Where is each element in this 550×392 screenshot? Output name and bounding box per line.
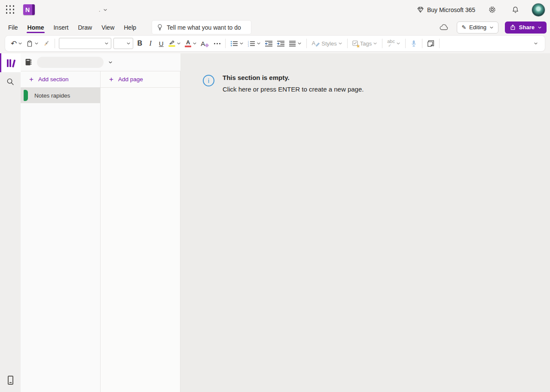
outdent-icon bbox=[265, 40, 273, 47]
notebooks-rail-button[interactable] bbox=[0, 53, 21, 72]
menu-view[interactable]: View bbox=[97, 19, 119, 35]
search-icon bbox=[6, 78, 14, 86]
chevron-down-icon bbox=[192, 41, 197, 46]
divider bbox=[306, 39, 307, 48]
alignment-button[interactable] bbox=[287, 37, 303, 49]
sections-pane: + Add section Notes rapides bbox=[21, 71, 101, 392]
chevron-down-icon bbox=[104, 41, 109, 46]
tell-me-input[interactable] bbox=[167, 24, 246, 31]
content-area: + Add section Notes rapides + Add page i… bbox=[0, 53, 550, 392]
italic-button[interactable]: I bbox=[145, 37, 156, 49]
ribbon-collapse-button[interactable] bbox=[531, 37, 541, 49]
menu-draw[interactable]: Draw bbox=[73, 19, 97, 35]
lightbulb-icon bbox=[157, 24, 163, 31]
page-canvas[interactable]: i This section is empty. Click here or p… bbox=[180, 53, 550, 392]
paste-button[interactable] bbox=[24, 37, 40, 49]
tags-button[interactable]: ★ Tags bbox=[351, 37, 379, 49]
font-name-input[interactable] bbox=[63, 40, 104, 47]
outdent-button[interactable] bbox=[263, 37, 275, 49]
section-item-notes-rapides[interactable]: Notes rapides bbox=[21, 88, 100, 103]
notebook-title-dropdown[interactable]: . bbox=[99, 0, 107, 19]
empty-subtitle[interactable]: Click here or press ENTER to create a ne… bbox=[223, 86, 364, 93]
menu-help[interactable]: Help bbox=[119, 19, 141, 35]
format-painter-brush-icon bbox=[43, 40, 50, 47]
highlight-button[interactable] bbox=[167, 37, 183, 49]
microphone-icon bbox=[410, 40, 417, 47]
notebooks-icon bbox=[7, 59, 14, 67]
format-painter-button[interactable] bbox=[41, 37, 52, 49]
share-label: Share bbox=[519, 24, 535, 31]
more-formatting-button[interactable] bbox=[212, 37, 222, 49]
chevron-down-icon bbox=[257, 41, 261, 46]
add-section-label: Add section bbox=[38, 76, 69, 83]
clear-formatting-button[interactable]: A bbox=[199, 37, 211, 49]
svg-text:A: A bbox=[312, 40, 316, 46]
left-rail bbox=[0, 53, 21, 392]
topbar: N . Buy Microsoft 365 bbox=[0, 0, 550, 19]
add-page-button[interactable]: + Add page bbox=[101, 71, 180, 88]
cloud-save-status-icon[interactable] bbox=[437, 21, 450, 34]
font-color-button[interactable]: A bbox=[183, 37, 199, 49]
plus-icon: + bbox=[29, 76, 34, 83]
panes-columns: + Add section Notes rapides + Add page bbox=[21, 71, 180, 392]
pencil-icon: ✎ bbox=[461, 24, 466, 31]
font-size-select[interactable] bbox=[113, 38, 133, 49]
share-button[interactable]: Share bbox=[505, 21, 547, 34]
sticky-note-icon bbox=[427, 40, 434, 47]
divider bbox=[55, 39, 55, 48]
editing-mode-dropdown[interactable]: ✎ Editing bbox=[457, 21, 498, 34]
search-rail-button[interactable] bbox=[0, 72, 21, 91]
menu-insert[interactable]: Insert bbox=[49, 19, 73, 35]
notebook-header-dropdown[interactable] bbox=[21, 53, 180, 71]
undo-button[interactable]: ↶ bbox=[9, 37, 24, 49]
chevron-down-icon bbox=[103, 8, 107, 12]
divider bbox=[422, 39, 422, 48]
user-avatar[interactable] bbox=[532, 3, 545, 16]
chevron-down-icon bbox=[538, 25, 542, 30]
add-page-label: Add page bbox=[118, 76, 143, 83]
section-name: Notes rapides bbox=[34, 92, 70, 99]
buy-microsoft-365-button[interactable]: Buy Microsoft 365 bbox=[417, 6, 475, 13]
app-launcher-icon[interactable] bbox=[4, 4, 16, 16]
indent-button[interactable] bbox=[275, 37, 287, 49]
spell-check-button[interactable]: abc ✓ bbox=[385, 37, 402, 49]
navigation-panes: + Add section Notes rapides + Add page bbox=[21, 53, 180, 392]
bold-button[interactable]: B bbox=[134, 37, 145, 49]
font-name-select[interactable] bbox=[59, 38, 111, 49]
chevron-down-icon bbox=[34, 41, 39, 46]
notifications-bell-icon[interactable] bbox=[509, 3, 522, 16]
clear-formatting-icon: A bbox=[201, 40, 205, 47]
menu-home[interactable]: Home bbox=[23, 19, 49, 35]
indent-icon bbox=[277, 40, 285, 47]
menubar: File Home Insert Draw View Help ✎ Editin… bbox=[0, 19, 550, 35]
notebook-icon bbox=[25, 58, 32, 66]
chevron-down-icon bbox=[373, 41, 377, 46]
underline-button[interactable]: U bbox=[156, 37, 166, 49]
numbered-list-button[interactable]: 123 bbox=[246, 37, 263, 49]
bullet-list-button[interactable] bbox=[229, 37, 245, 49]
plus-icon: + bbox=[109, 76, 113, 83]
chevron-down-icon bbox=[396, 41, 400, 46]
align-text-icon bbox=[289, 40, 296, 47]
sticky-note-button[interactable] bbox=[425, 37, 436, 49]
divider bbox=[405, 39, 406, 48]
divider bbox=[347, 39, 348, 48]
settings-gear-icon[interactable] bbox=[486, 3, 498, 16]
dictate-button[interactable] bbox=[409, 37, 419, 49]
add-section-button[interactable]: + Add section bbox=[21, 71, 100, 88]
chevron-down-icon bbox=[297, 41, 302, 46]
ribbon-toolbar: ↶ B I U A bbox=[5, 36, 545, 51]
tell-me-search[interactable] bbox=[152, 21, 251, 34]
phone-icon bbox=[8, 376, 13, 385]
chevron-down-icon bbox=[108, 60, 113, 64]
onenote-logo-icon[interactable]: N bbox=[23, 4, 35, 15]
menu-file[interactable]: File bbox=[3, 19, 23, 35]
chevron-down-icon bbox=[534, 41, 538, 46]
mobile-app-button[interactable] bbox=[0, 371, 21, 389]
logo-letter: N bbox=[25, 6, 30, 13]
styles-button[interactable]: A Styles bbox=[310, 37, 344, 49]
font-size-input[interactable] bbox=[117, 40, 126, 47]
topbar-right: Buy Microsoft 365 bbox=[417, 3, 545, 16]
chevron-down-icon bbox=[338, 41, 342, 46]
empty-title: This section is empty. bbox=[223, 74, 364, 81]
